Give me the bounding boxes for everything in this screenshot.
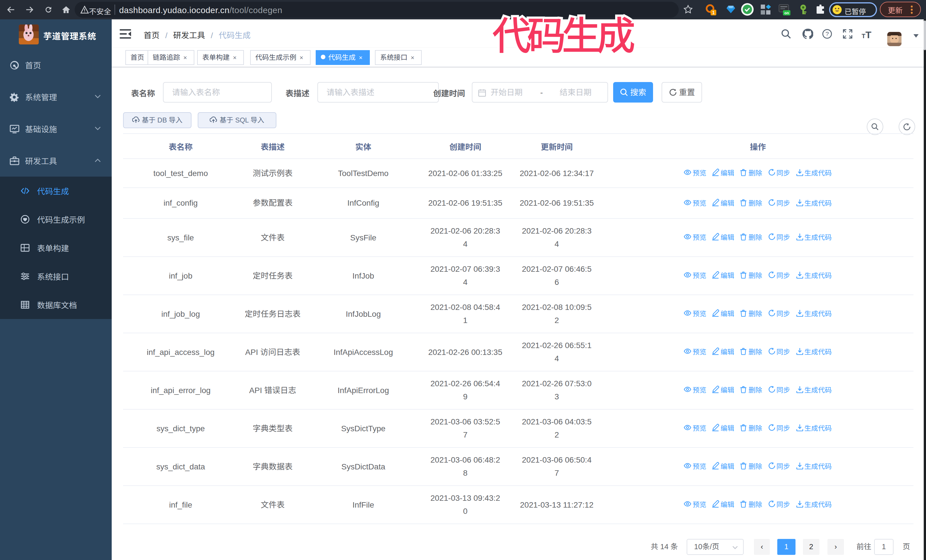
svg-text:on: on xyxy=(784,11,789,15)
svg-text:1: 1 xyxy=(712,10,715,15)
svg-text:?: ? xyxy=(825,30,829,37)
